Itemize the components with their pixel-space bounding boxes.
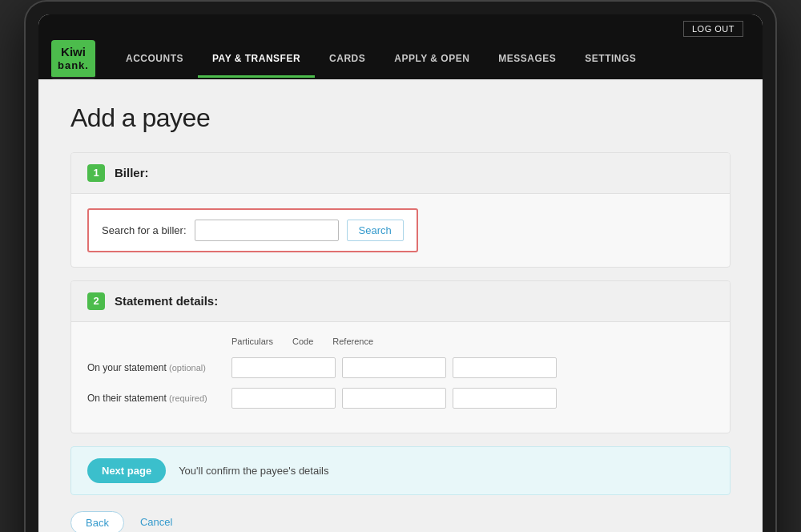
their-particulars-input[interactable] — [231, 388, 336, 409]
statement-section-header: 2 Statement details: — [71, 281, 730, 322]
code-label: Code — [292, 337, 313, 346]
biller-section-header: 1 Biller: — [71, 153, 730, 194]
nav-item-pay-transfer[interactable]: PAY & TRANSFER — [198, 42, 315, 78]
main-nav: ACCOUNTS PAY & TRANSFER CARDS APPLY & OP… — [111, 42, 750, 78]
nav-item-messages[interactable]: MESSAGES — [484, 42, 570, 78]
biller-section-title: Biller: — [115, 166, 149, 179]
biller-section-body: Search for a biller: Search — [71, 194, 730, 267]
header-top: LOG OUT — [38, 14, 763, 40]
next-page-button[interactable]: Next page — [87, 458, 166, 483]
their-statement-row: On their statement (required) — [87, 388, 714, 409]
logo: Kiwi bank. — [51, 40, 95, 79]
your-statement-label: On your statement (optional) — [87, 357, 231, 373]
biller-search-wrapper: Search for a biller: Search — [87, 208, 418, 252]
your-particulars-input[interactable] — [231, 357, 336, 378]
nav-item-accounts[interactable]: ACCOUNTS — [111, 42, 198, 78]
your-code-input[interactable] — [342, 357, 446, 378]
header: LOG OUT Kiwi bank. ACCOUNTS PAY & TRANSF… — [38, 14, 763, 79]
statement-section: 2 Statement details: Particulars — [70, 280, 731, 433]
bottom-actions: Back Cancel — [70, 511, 731, 532]
your-statement-optional: (optional) — [169, 363, 206, 373]
step-badge-2: 2 — [87, 292, 105, 310]
page-title: Add a payee — [70, 103, 731, 133]
next-page-helper-text: You'll confirm the payee's details — [179, 465, 328, 477]
biller-section: 1 Biller: Search for a biller: Search — [70, 152, 731, 268]
your-statement-fields — [231, 357, 557, 378]
step-badge-1: 1 — [87, 164, 105, 182]
their-code-input[interactable] — [342, 388, 446, 409]
their-reference-input[interactable] — [453, 388, 557, 409]
their-statement-required: (required) — [169, 393, 207, 403]
nav-item-apply-open[interactable]: APPLY & OPEN — [380, 42, 484, 78]
nav-item-cards[interactable]: CARDS — [315, 42, 380, 78]
back-button[interactable]: Back — [70, 511, 124, 532]
their-statement-fields — [231, 388, 557, 409]
their-statement-label: On their statement (required) — [87, 388, 231, 404]
logout-button[interactable]: LOG OUT — [683, 21, 743, 37]
next-page-bar: Next page You'll confirm the payee's det… — [70, 446, 731, 495]
statement-column-headers: Particulars Code Reference — [231, 337, 373, 348]
biller-search-button[interactable]: Search — [347, 220, 404, 241]
statement-section-title: Statement details: — [115, 294, 218, 308]
nav-item-settings[interactable]: SETTINGS — [570, 42, 650, 78]
logo-bank: bank. — [58, 59, 89, 72]
tablet-screen: LOG OUT Kiwi bank. ACCOUNTS PAY & TRANSF… — [38, 14, 763, 532]
statement-section-body: Particulars Code Reference — [71, 322, 730, 433]
main-content: Add a payee 1 Biller: Search for a bille… — [38, 79, 763, 532]
biller-search-label: Search for a biller: — [102, 224, 187, 236]
your-reference-input[interactable] — [453, 357, 557, 378]
your-statement-row: On your statement (optional) — [87, 357, 714, 378]
statement-headers-row: Particulars Code Reference — [87, 337, 714, 348]
header-nav: Kiwi bank. ACCOUNTS PAY & TRANSFER CARDS… — [38, 40, 763, 79]
particulars-label: Particulars — [231, 337, 273, 346]
biller-search-input[interactable] — [195, 220, 339, 241]
tablet-frame: LOG OUT Kiwi bank. ACCOUNTS PAY & TRANSF… — [24, 0, 777, 532]
reference-label: Reference — [332, 337, 373, 346]
cancel-button[interactable]: Cancel — [134, 511, 179, 532]
logo-kiwi: Kiwi — [58, 45, 89, 59]
particulars-header-group: Particulars — [231, 337, 273, 348]
reference-header-group: Reference — [332, 337, 373, 348]
code-header-group: Code — [292, 337, 313, 348]
